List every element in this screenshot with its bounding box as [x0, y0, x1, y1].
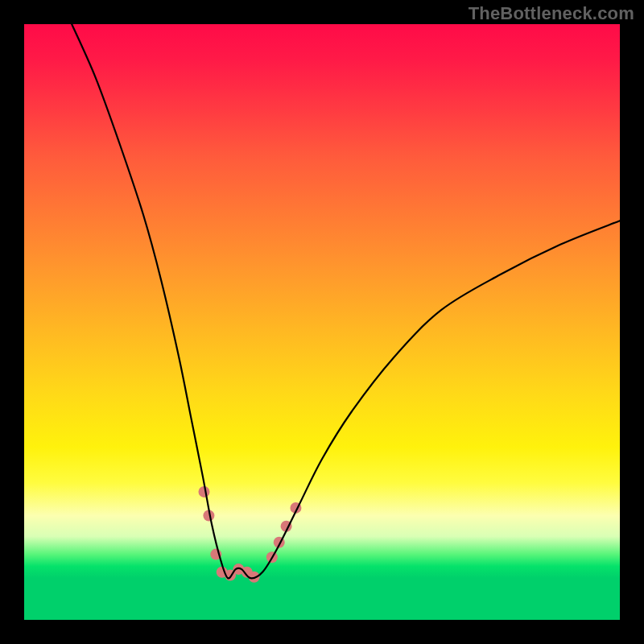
curve-layer	[24, 24, 620, 620]
plot-area	[24, 24, 620, 620]
bottleneck-curve	[72, 24, 620, 578]
watermark-text: TheBottleneck.com	[469, 3, 634, 24]
chart-frame: TheBottleneck.com	[0, 0, 644, 644]
